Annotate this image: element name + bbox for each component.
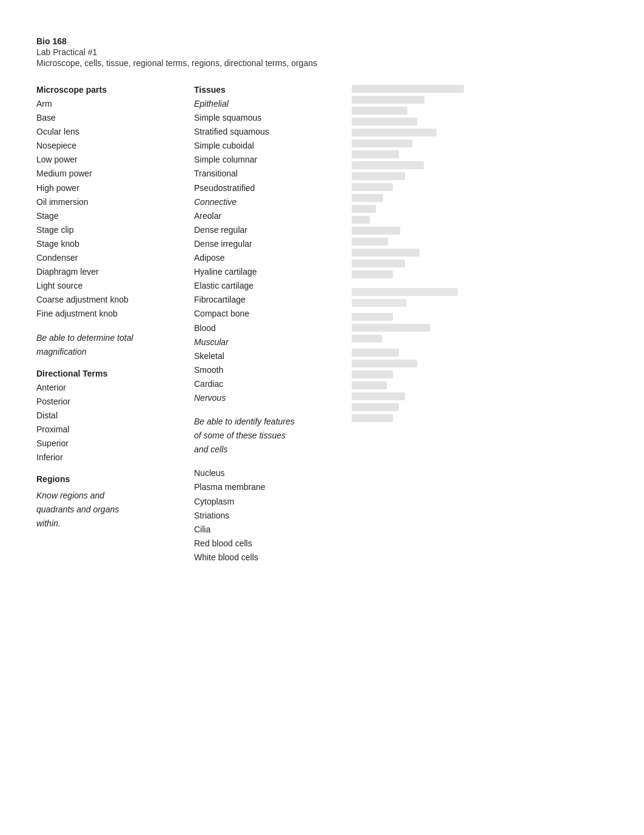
directional-list: Anterior Posterior Distal Proximal Super…: [36, 381, 194, 465]
list-item: Cytoplasm: [194, 495, 352, 509]
nervous-label: Nervous: [194, 391, 352, 405]
list-item: Areolar: [194, 209, 352, 223]
list-item: Diaphragm lever: [36, 265, 194, 279]
list-item: Nosepiece: [36, 139, 194, 153]
features-list: Nucleus Plasma membrane Cytoplasm Striat…: [194, 466, 352, 565]
list-item: Hyaline cartilage: [194, 265, 352, 279]
connective-list: Areolar Dense regular Dense irregular Ad…: [194, 209, 352, 335]
list-item: Proximal: [36, 423, 194, 437]
magnification-note: Be able to determine total magnification: [36, 331, 194, 359]
list-item: Superior: [36, 437, 194, 451]
regions-heading: Regions: [36, 474, 194, 484]
list-item: Posterior: [36, 395, 194, 409]
list-item: Ocular lens: [36, 125, 194, 139]
list-item: Oil immersion: [36, 195, 194, 209]
microscope-heading: Microscope parts: [36, 85, 194, 95]
list-item: Condenser: [36, 251, 194, 265]
list-item: Inferior: [36, 451, 194, 464]
regions-note: Know regions and quadrants and organs wi…: [36, 489, 194, 531]
list-item: Smooth: [194, 363, 352, 377]
list-item: High power: [36, 181, 194, 195]
epithelial-list: Simple squamous Stratified squamous Simp…: [194, 111, 352, 195]
list-item: Arm: [36, 97, 194, 111]
list-item: Medium power: [36, 167, 194, 181]
list-item: Nucleus: [194, 466, 352, 480]
list-item: Blood: [194, 321, 352, 335]
list-item: Elastic cartilage: [194, 279, 352, 293]
list-item: Simple squamous: [194, 111, 352, 125]
microscope-list: Arm Base Ocular lens Nosepiece Low power…: [36, 97, 194, 321]
left-column: Microscope parts Arm Base Ocular lens No…: [36, 85, 194, 531]
blurred-top-block: [352, 85, 608, 278]
list-item: Low power: [36, 153, 194, 167]
list-item: Pseudostratified: [194, 181, 352, 195]
list-item: Plasma membrane: [194, 480, 352, 494]
list-item: Fine adjustment knob: [36, 307, 194, 321]
list-item: Coarse adjustment knob: [36, 293, 194, 307]
page-description: Microscope, cells, tissue, regional term…: [36, 58, 608, 68]
list-item: Light source: [36, 279, 194, 293]
list-item: Anterior: [36, 381, 194, 395]
directional-heading: Directional Terms: [36, 369, 194, 378]
blurred-note-block: [352, 288, 608, 307]
list-item: Striations: [194, 509, 352, 523]
list-item: Simple cuboidal: [194, 139, 352, 153]
list-item: Stage clip: [36, 223, 194, 237]
list-item: Distal: [36, 409, 194, 423]
list-item: Stratified squamous: [194, 125, 352, 139]
connective-label: Connective: [194, 195, 352, 209]
list-item: White blood cells: [194, 551, 352, 565]
right-column: [352, 85, 608, 425]
middle-column: Tissues Epithelial Simple squamous Strat…: [194, 85, 352, 565]
page-title: Bio 168: [36, 36, 608, 46]
muscular-label: Muscular: [194, 335, 352, 349]
tissues-heading: Tissues: [194, 85, 352, 95]
list-item: Dense regular: [194, 223, 352, 237]
list-item: Red blood cells: [194, 537, 352, 551]
list-item: Transitional: [194, 167, 352, 181]
list-item: Adipose: [194, 251, 352, 265]
list-item: Fibrocartilage: [194, 293, 352, 307]
page-subtitle: Lab Practical #1: [36, 47, 608, 57]
list-item: Stage: [36, 209, 194, 223]
list-item: Compact bone: [194, 307, 352, 321]
epithelial-label: Epithelial: [194, 97, 352, 111]
identify-note: Be able to identify features of some of …: [194, 415, 352, 457]
blurred-bot-block: [352, 349, 608, 422]
list-item: Stage knob: [36, 237, 194, 251]
list-item: Cardiac: [194, 377, 352, 391]
list-item: Base: [36, 111, 194, 125]
list-item: Skeletal: [194, 349, 352, 363]
muscular-list: Skeletal Smooth Cardiac: [194, 349, 352, 391]
list-item: Simple columnar: [194, 153, 352, 167]
list-item: Dense irregular: [194, 237, 352, 251]
blurred-mid-block: [352, 313, 608, 343]
list-item: Cilia: [194, 523, 352, 537]
